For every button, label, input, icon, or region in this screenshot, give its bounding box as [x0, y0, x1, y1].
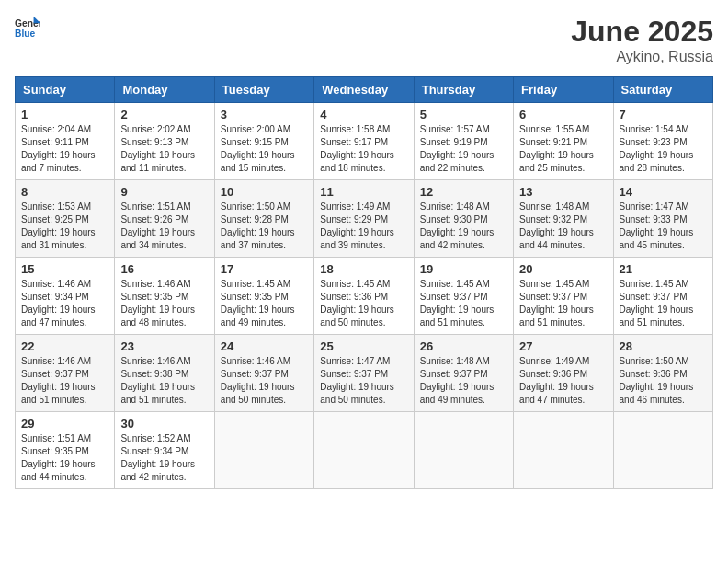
day-number: 21 [620, 262, 707, 276]
day-detail: Sunrise: 1:48 AMSunset: 9:30 PMDaylight:… [420, 201, 507, 252]
calendar-cell: 2Sunrise: 2:02 AMSunset: 9:13 PMDaylight… [115, 103, 214, 180]
calendar-cell: 9Sunrise: 1:51 AMSunset: 9:26 PMDaylight… [115, 180, 214, 258]
day-number: 7 [620, 108, 707, 121]
calendar-week-row: 22Sunrise: 1:46 AMSunset: 9:37 PMDayligh… [16, 335, 713, 412]
page-header: General Blue June 2025 Aykino, Russia [15, 15, 713, 65]
svg-text:Blue: Blue [15, 29, 36, 39]
calendar-cell: 21Sunrise: 1:45 AMSunset: 9:37 PMDayligh… [613, 258, 712, 335]
calendar-cell: 22Sunrise: 1:46 AMSunset: 9:37 PMDayligh… [16, 335, 115, 412]
day-detail: Sunrise: 1:46 AMSunset: 9:34 PMDaylight:… [21, 278, 108, 329]
day-number: 15 [21, 262, 108, 276]
day-detail: Sunrise: 1:47 AMSunset: 9:33 PMDaylight:… [620, 201, 707, 252]
calendar-cell: 8Sunrise: 1:53 AMSunset: 9:25 PMDaylight… [16, 180, 115, 258]
day-number: 9 [120, 185, 208, 199]
calendar-table: SundayMondayTuesdayWednesdayThursdayFrid… [15, 76, 713, 489]
calendar-week-row: 1Sunrise: 2:04 AMSunset: 9:11 PMDaylight… [16, 103, 713, 180]
calendar-cell: 20Sunrise: 1:45 AMSunset: 9:37 PMDayligh… [514, 258, 613, 335]
day-number: 4 [320, 108, 407, 121]
day-detail: Sunrise: 1:50 AMSunset: 9:36 PMDaylight:… [620, 355, 707, 407]
day-detail: Sunrise: 1:46 AMSunset: 9:38 PMDaylight:… [120, 355, 208, 407]
calendar-cell: 1Sunrise: 2:04 AMSunset: 9:11 PMDaylight… [16, 103, 115, 180]
day-number: 26 [420, 339, 507, 353]
day-number: 23 [120, 339, 208, 353]
day-detail: Sunrise: 1:51 AMSunset: 9:26 PMDaylight:… [120, 201, 208, 252]
day-detail: Sunrise: 1:55 AMSunset: 9:21 PMDaylight:… [519, 123, 607, 175]
calendar-cell [514, 412, 613, 489]
day-number: 16 [120, 262, 208, 276]
day-detail: Sunrise: 1:49 AMSunset: 9:36 PMDaylight:… [519, 355, 607, 407]
day-number: 29 [21, 417, 108, 431]
day-number: 8 [21, 185, 108, 199]
calendar-cell: 11Sunrise: 1:49 AMSunset: 9:29 PMDayligh… [314, 180, 414, 258]
calendar-cell: 12Sunrise: 1:48 AMSunset: 9:30 PMDayligh… [414, 180, 513, 258]
day-detail: Sunrise: 1:49 AMSunset: 9:29 PMDaylight:… [320, 201, 407, 252]
calendar-cell: 25Sunrise: 1:47 AMSunset: 9:37 PMDayligh… [314, 335, 414, 412]
calendar-cell: 3Sunrise: 2:00 AMSunset: 9:15 PMDaylight… [214, 103, 313, 180]
day-number: 20 [519, 262, 607, 276]
day-detail: Sunrise: 1:51 AMSunset: 9:35 PMDaylight:… [21, 432, 108, 484]
calendar-cell: 19Sunrise: 1:45 AMSunset: 9:37 PMDayligh… [414, 258, 513, 335]
calendar-cell: 14Sunrise: 1:47 AMSunset: 9:33 PMDayligh… [613, 180, 712, 258]
day-detail: Sunrise: 1:47 AMSunset: 9:37 PMDaylight:… [320, 355, 407, 407]
weekday-header-saturday: Saturday [613, 77, 712, 103]
day-detail: Sunrise: 1:50 AMSunset: 9:28 PMDaylight:… [221, 201, 308, 252]
calendar-cell: 6Sunrise: 1:55 AMSunset: 9:21 PMDaylight… [514, 103, 613, 180]
day-detail: Sunrise: 1:48 AMSunset: 9:32 PMDaylight:… [519, 201, 607, 252]
weekday-header-tuesday: Tuesday [214, 77, 313, 103]
day-number: 6 [519, 108, 607, 121]
calendar-cell [314, 412, 414, 489]
day-number: 3 [221, 108, 308, 121]
logo: General Blue [15, 15, 40, 40]
day-detail: Sunrise: 2:02 AMSunset: 9:13 PMDaylight:… [120, 123, 208, 175]
calendar-subtitle: Aykino, Russia [571, 49, 713, 65]
logo-icon: General Blue [15, 15, 40, 40]
calendar-cell: 7Sunrise: 1:54 AMSunset: 9:23 PMDaylight… [613, 103, 712, 180]
day-number: 13 [519, 185, 607, 199]
day-detail: Sunrise: 1:45 AMSunset: 9:37 PMDaylight:… [420, 278, 507, 329]
calendar-cell: 13Sunrise: 1:48 AMSunset: 9:32 PMDayligh… [514, 180, 613, 258]
calendar-cell: 28Sunrise: 1:50 AMSunset: 9:36 PMDayligh… [613, 335, 712, 412]
calendar-cell [414, 412, 513, 489]
day-detail: Sunrise: 1:46 AMSunset: 9:37 PMDaylight:… [221, 355, 308, 407]
day-detail: Sunrise: 1:46 AMSunset: 9:37 PMDaylight:… [21, 355, 108, 407]
weekday-header-thursday: Thursday [414, 77, 513, 103]
calendar-cell: 23Sunrise: 1:46 AMSunset: 9:38 PMDayligh… [115, 335, 214, 412]
day-detail: Sunrise: 1:52 AMSunset: 9:34 PMDaylight:… [120, 432, 208, 484]
weekday-header-monday: Monday [115, 77, 214, 103]
day-number: 1 [21, 108, 108, 121]
day-number: 10 [221, 185, 308, 199]
title-block: June 2025 Aykino, Russia [571, 15, 713, 65]
day-number: 12 [420, 185, 507, 199]
calendar-cell: 4Sunrise: 1:58 AMSunset: 9:17 PMDaylight… [314, 103, 414, 180]
calendar-cell [613, 412, 712, 489]
calendar-cell: 29Sunrise: 1:51 AMSunset: 9:35 PMDayligh… [16, 412, 115, 489]
calendar-cell: 27Sunrise: 1:49 AMSunset: 9:36 PMDayligh… [514, 335, 613, 412]
calendar-cell [214, 412, 313, 489]
day-number: 11 [320, 185, 407, 199]
day-number: 28 [620, 339, 707, 353]
day-detail: Sunrise: 1:54 AMSunset: 9:23 PMDaylight:… [620, 123, 707, 175]
weekday-header-wednesday: Wednesday [314, 77, 414, 103]
day-detail: Sunrise: 1:46 AMSunset: 9:35 PMDaylight:… [120, 278, 208, 329]
day-number: 17 [221, 262, 308, 276]
day-detail: Sunrise: 1:53 AMSunset: 9:25 PMDaylight:… [21, 201, 108, 252]
day-detail: Sunrise: 1:45 AMSunset: 9:37 PMDaylight:… [519, 278, 607, 329]
calendar-week-row: 8Sunrise: 1:53 AMSunset: 9:25 PMDaylight… [16, 180, 713, 258]
day-detail: Sunrise: 1:45 AMSunset: 9:36 PMDaylight:… [320, 278, 407, 329]
calendar-cell: 18Sunrise: 1:45 AMSunset: 9:36 PMDayligh… [314, 258, 414, 335]
calendar-cell: 10Sunrise: 1:50 AMSunset: 9:28 PMDayligh… [214, 180, 313, 258]
weekday-header-sunday: Sunday [16, 77, 115, 103]
day-number: 25 [320, 339, 407, 353]
calendar-cell: 17Sunrise: 1:45 AMSunset: 9:35 PMDayligh… [214, 258, 313, 335]
calendar-cell: 15Sunrise: 1:46 AMSunset: 9:34 PMDayligh… [16, 258, 115, 335]
calendar-title: June 2025 [571, 15, 713, 49]
day-detail: Sunrise: 1:48 AMSunset: 9:37 PMDaylight:… [420, 355, 507, 407]
day-detail: Sunrise: 2:00 AMSunset: 9:15 PMDaylight:… [221, 123, 308, 175]
day-number: 2 [120, 108, 208, 121]
day-number: 19 [420, 262, 507, 276]
day-number: 18 [320, 262, 407, 276]
day-number: 24 [221, 339, 308, 353]
day-number: 22 [21, 339, 108, 353]
calendar-cell: 24Sunrise: 1:46 AMSunset: 9:37 PMDayligh… [214, 335, 313, 412]
day-detail: Sunrise: 1:45 AMSunset: 9:35 PMDaylight:… [221, 278, 308, 329]
